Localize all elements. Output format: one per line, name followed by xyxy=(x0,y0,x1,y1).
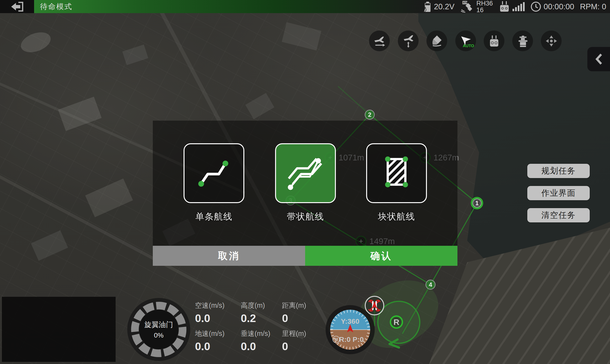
yaw-readout: Y:360 xyxy=(341,317,360,325)
waypoint-marker-1[interactable]: 1 xyxy=(471,197,483,209)
waypoint-marker-4[interactable]: 4 xyxy=(426,280,436,290)
eraser-icon xyxy=(430,34,444,48)
eraser-button[interactable] xyxy=(427,30,447,51)
telemetry-label: 地速(m/s) xyxy=(195,329,224,338)
rtk-status: RTK RH36 16 xyxy=(460,0,493,13)
telemetry-value: 0.0 xyxy=(195,340,224,353)
timer-value: 00:00:00 xyxy=(544,2,574,11)
auto-route-button[interactable]: AUTO xyxy=(455,30,476,51)
dpad-icon xyxy=(545,34,558,48)
rtk-flag-label: RTK xyxy=(463,1,468,4)
clear-mission-button[interactable]: 清空任务 xyxy=(527,208,590,222)
panel-collapse-tab[interactable] xyxy=(587,47,610,71)
battery-status: 20.2V xyxy=(421,1,454,13)
chevron-left-icon xyxy=(594,53,604,65)
clock-icon xyxy=(530,1,541,12)
telemetry-label: 高度(m) xyxy=(241,301,270,310)
single-route-icon xyxy=(192,151,236,195)
telemetry-value: 0 xyxy=(282,312,306,325)
telemetry-label: 距离(m) xyxy=(282,301,306,310)
telemetry-col-3: 距离(m) 0 里程(m) 0 xyxy=(282,301,306,357)
route-type-dialog: 单条航线 带状航线 块状航线 取消 确认 xyxy=(153,121,457,266)
telemetry-value: 0.2 xyxy=(241,312,270,325)
waypoint-number: 1 xyxy=(475,200,479,207)
option-strip-route[interactable] xyxy=(275,143,336,203)
waypoint-marker-2[interactable]: 2 xyxy=(365,110,375,120)
return-point-marker[interactable]: R xyxy=(390,315,403,329)
back-button[interactable] xyxy=(0,0,34,13)
pan-control-button[interactable] xyxy=(541,30,562,51)
block-route-icon xyxy=(375,151,419,195)
telemetry-value: 0.0 xyxy=(241,340,270,353)
remote-settings-button[interactable] xyxy=(484,30,504,51)
status-cluster: 20.2V RTK RH36 16 xyxy=(421,0,606,13)
roll-pitch-readout: R:0 P:0 xyxy=(339,335,363,343)
throttle-value: 0% xyxy=(154,332,164,339)
pump-button[interactable] xyxy=(512,30,533,51)
app-screen: 1 2 3 4 + 1071m + 1267m + 1497m R xyxy=(0,0,610,364)
plan-mission-button[interactable]: 规划任务 xyxy=(527,164,590,178)
exit-icon xyxy=(10,1,25,12)
telemetry-col-1: 空速(m/s) 0.0 地速(m/s) 0.0 xyxy=(195,301,224,357)
rc-signal-status xyxy=(499,1,525,13)
remote-controller-icon xyxy=(499,1,510,13)
battery-voltage: 20.2V xyxy=(434,2,454,11)
auto-label: AUTO xyxy=(463,44,474,48)
telemetry-label: 里程(m) xyxy=(282,329,306,338)
option-block-route[interactable] xyxy=(366,143,427,203)
camera-feed[interactable] xyxy=(2,297,116,362)
waypoint-number: 2 xyxy=(368,111,371,118)
option-single-route[interactable] xyxy=(183,143,244,203)
top-status-bar: 待命模式 20.2V RTK xyxy=(0,0,610,13)
rpm-readout: RPM: 0 xyxy=(580,2,606,11)
attitude-indicator xyxy=(325,305,375,355)
plane-horizontal-button[interactable] xyxy=(369,30,390,51)
rtk-satellite-icon: RTK xyxy=(460,0,474,13)
home-h-icon: H xyxy=(333,336,340,343)
cancel-button[interactable]: 取消 xyxy=(153,246,305,266)
option-block-route-label: 块状航线 xyxy=(366,211,427,223)
throttle-label: 旋翼油门 xyxy=(144,320,173,330)
battery-icon xyxy=(421,1,431,13)
flight-mode-label: 待命模式 xyxy=(40,0,72,13)
remote-icon xyxy=(487,34,501,48)
waypoint-number: 4 xyxy=(429,281,432,288)
telemetry-label: 垂速(m/s) xyxy=(241,329,270,338)
rtk-satellite-count: 16 xyxy=(476,6,483,13)
throttle-readout: 旋翼油门 0% xyxy=(127,297,191,362)
pump-icon xyxy=(516,34,530,48)
plane-horizontal-icon xyxy=(373,34,386,48)
work-interface-button[interactable]: 作业界面 xyxy=(527,186,590,200)
confirm-button[interactable]: 确认 xyxy=(305,246,457,266)
strip-route-icon xyxy=(284,151,327,195)
rtk-info: RH36 16 xyxy=(476,0,493,13)
option-strip-route-label: 带状航线 xyxy=(275,211,336,223)
telemetry-col-2: 高度(m) 0.2 垂速(m/s) 0.0 xyxy=(241,301,270,357)
plane-vertical-button[interactable] xyxy=(398,30,419,51)
signal-bars-icon xyxy=(513,2,525,11)
telemetry-value: 0 xyxy=(282,340,306,353)
plane-vertical-icon xyxy=(402,34,415,48)
rtk-id: RH36 xyxy=(476,0,493,7)
telemetry-label: 空速(m/s) xyxy=(195,301,224,310)
telemetry-value: 0.0 xyxy=(195,312,224,325)
flight-timer: 00:00:00 xyxy=(530,1,574,12)
option-single-route-label: 单条航线 xyxy=(183,211,244,223)
